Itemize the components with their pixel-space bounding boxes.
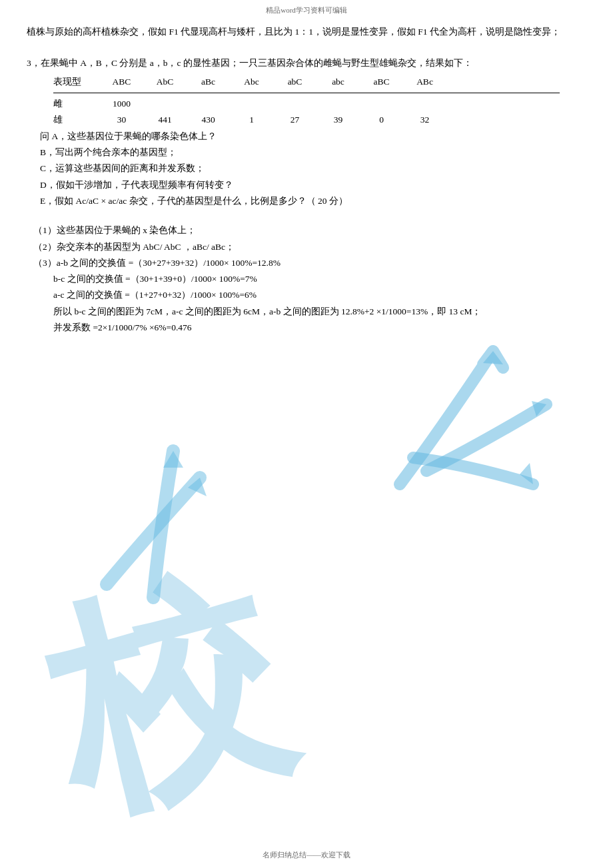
header-text: 精品word学习资料可编辑 — [266, 6, 347, 14]
sub-questions: 问 A，这些基因位于果蝇的哪条染色体上？ B，写出两个纯合亲本的基因型； C，运… — [27, 129, 586, 209]
svg-marker-3 — [163, 451, 183, 468]
sub-q-D-text: D，假如干涉增加，子代表现型频率有何转变？ — [40, 180, 233, 190]
answer-3-line2: b-c 之间的交换值 =（30+1+39+0）/1000× 100%=7% — [33, 271, 586, 287]
male-val-5: 39 — [316, 112, 360, 128]
page-footer: 名师归纳总结——欢迎下载 — [0, 850, 613, 860]
watermark-container: 校 — [40, 298, 573, 864]
answer-1-text: （1）这些基因位于果蝇的 x 染色体上； — [33, 225, 196, 235]
footer-text: 名师归纳总结——欢迎下载 — [263, 851, 350, 859]
page-header: 精品word学习资料可编辑 — [0, 0, 613, 18]
male-val-2: 430 — [187, 112, 230, 128]
male-val-1: 441 — [143, 112, 187, 128]
data-table: 雌 1000 雄 30 441 430 1 27 39 0 32 — [27, 96, 586, 129]
sub-q-B: B，写出两个纯合亲本的基因型； — [40, 145, 586, 161]
male-val-3: 1 — [230, 112, 273, 128]
answer-3-line2-text: b-c 之间的交换值 =（30+1+39+0）/1000× 100%=7% — [53, 274, 257, 284]
sub-q-C: C，运算这些基因间的距离和并发系数； — [40, 161, 586, 177]
male-val-4: 27 — [273, 112, 316, 128]
watermark-char: 校 — [28, 559, 305, 836]
sub-q-A-text: 问 A，这些基因位于果蝇的哪条染色体上？ — [40, 131, 217, 141]
answer-3-line3-text: a-c 之间的交换值 =（1+27+0+32）/1000× 100%=6% — [53, 290, 257, 300]
phenotype-ABc: ABc — [403, 74, 446, 90]
male-row: 雄 30 441 430 1 27 39 0 32 — [53, 112, 586, 128]
divider-line — [53, 93, 560, 93]
phenotype-label: 表现型 — [53, 74, 100, 90]
answer-3-header: （3）a-b 之间的交换值 =（30+27+39+32）/1000× 100%=… — [33, 255, 586, 271]
intro-section: 植株与原始的高杆植株杂交，假如 F1 代显现高杆与矮杆，且比为 1：1，说明是显… — [27, 25, 586, 40]
answer-3-line5: 并发系数 =2×1/1000/7% ×6%=0.476 — [33, 320, 586, 336]
answer-3-line4: 所以 b-c 之间的图距为 7cM，a-c 之间的图距为 6cM，a-b 之间的… — [33, 304, 586, 320]
question-3-header: 3，在果蝇中 A，B，C 分别是 a，b，c 的显性基因；一只三基因杂合体的雌蝇… — [27, 56, 586, 71]
female-row: 雌 1000 — [53, 96, 586, 112]
answer-3-header-text: （3）a-b 之间的交换值 =（30+27+39+32）/1000× 100%=… — [33, 258, 281, 268]
answer-2-text: （2）杂交亲本的基因型为 AbC/ AbC ，aBc/ aBc； — [33, 242, 235, 252]
svg-marker-1 — [532, 401, 546, 416]
male-label: 雄 — [53, 112, 100, 128]
male-val-7: 32 — [403, 112, 446, 128]
sub-q-B-text: B，写出两个纯合亲本的基因型； — [40, 147, 177, 157]
svg-marker-0 — [483, 351, 503, 364]
sub-q-E: E，假如 Ac/aC × ac/ac 杂交，子代的基因型是什么，比例是多少？（ … — [40, 193, 586, 209]
svg-marker-4 — [188, 478, 207, 496]
phenotype-row: 表现型 ABC AbC aBc Abc abC abc aBC ABc — [27, 74, 586, 90]
sub-q-C-text: C，运算这些基因间的距离和并发系数； — [40, 163, 205, 173]
svg-marker-2 — [520, 463, 533, 484]
phenotype-abc: abc — [316, 74, 360, 90]
female-value: 1000 — [100, 96, 143, 112]
male-val-6: 0 — [360, 112, 403, 128]
phenotype-aBC: aBC — [360, 74, 403, 90]
answers-section: （1）这些基因位于果蝇的 x 染色体上； （2）杂交亲本的基因型为 AbC/ A… — [27, 222, 586, 336]
answer-2: （2）杂交亲本的基因型为 AbC/ AbC ，aBc/ aBc； — [33, 239, 586, 255]
watermark-arrows-mid — [73, 398, 306, 611]
phenotype-abC: abC — [273, 74, 316, 90]
phenotype-ABC: ABC — [100, 74, 143, 90]
sub-q-D: D，假如干涉增加，子代表现型频率有何转变？ — [40, 177, 586, 193]
female-label: 雌 — [53, 96, 100, 112]
male-val-0: 30 — [100, 112, 143, 128]
sub-q-A: 问 A，这些基因位于果蝇的哪条染色体上？ — [40, 129, 586, 145]
answer-3-line5-text: 并发系数 =2×1/1000/7% ×6%=0.476 — [53, 322, 192, 332]
answer-3-line3: a-c 之间的交换值 =（1+27+0+32）/1000× 100%=6% — [33, 287, 586, 303]
q3-header-text: 3，在果蝇中 A，B，C 分别是 a，b，c 的显性基因；一只三基因杂合体的雌蝇… — [27, 58, 472, 68]
answer-1: （1）这些基因位于果蝇的 x 染色体上； — [33, 222, 586, 238]
phenotype-aBc: aBc — [187, 74, 230, 90]
sub-q-E-text: E，假如 Ac/aC × ac/ac 杂交，子代的基因型是什么，比例是多少？（ … — [40, 196, 348, 206]
phenotype-AbC: AbC — [143, 74, 187, 90]
answer-3-line4-text: 所以 b-c 之间的图距为 7cM，a-c 之间的图距为 6cM，a-b 之间的… — [53, 306, 481, 316]
phenotype-Abc: Abc — [230, 74, 273, 90]
intro-text: 植株与原始的高杆植株杂交，假如 F1 代显现高杆与矮杆，且比为 1：1，说明是显… — [27, 27, 560, 37]
